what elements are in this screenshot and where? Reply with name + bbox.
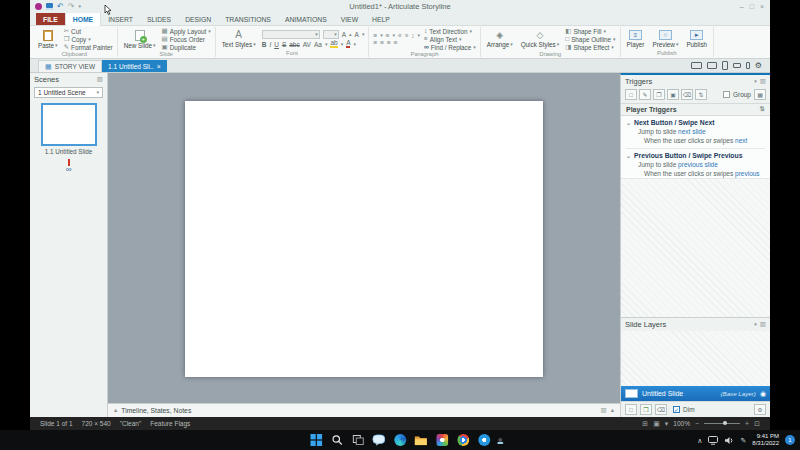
phone-landscape-icon[interactable] (733, 63, 741, 68)
increase-indent-icon[interactable]: » (405, 33, 409, 40)
zoom-in-icon[interactable]: + (745, 420, 749, 427)
subscript-button[interactable]: abc (289, 41, 299, 48)
trigger-action-link[interactable]: previous slide (678, 161, 718, 168)
shape-outline-button[interactable]: □Shape Outline▾ (565, 36, 615, 43)
bold-button[interactable]: B (262, 41, 267, 48)
player-triggers-section-header[interactable]: Player Triggers ⇅ (621, 103, 770, 116)
qat-customize-icon[interactable]: ▾ (78, 4, 81, 9)
slide-tab[interactable]: 1.1 Untitled Sli.. × (102, 60, 167, 72)
paste-trigger-button[interactable]: ▣ (667, 89, 679, 100)
line-spacing-icon[interactable]: ↕ (411, 33, 414, 40)
notification-badge[interactable]: 1 (785, 435, 795, 445)
photos-app-button[interactable] (435, 434, 448, 447)
file-explorer-button[interactable] (414, 434, 427, 447)
player-button[interactable]: ≡ Player (625, 30, 647, 48)
highlight-color-button[interactable]: ab (330, 40, 337, 49)
timeline-panel-bar[interactable]: ▴ Timeline, States, Notes ▥ ▴ (108, 403, 620, 417)
font-family-select[interactable]: ▾ (262, 30, 320, 39)
shape-fill-button[interactable]: ◧Shape Fill▾ (565, 28, 615, 35)
slide-view-switch-icon[interactable]: ▣ (653, 420, 660, 427)
strikethrough-button[interactable]: S (282, 41, 286, 48)
layer-settings-button[interactable]: ⚙ (754, 404, 766, 415)
edge-browser-button[interactable] (393, 434, 406, 447)
tab-home[interactable]: HOME (65, 13, 101, 26)
maximize-button[interactable]: □ (750, 3, 754, 10)
close-button[interactable]: × (760, 3, 764, 10)
delete-trigger-button[interactable]: ⌫ (681, 89, 693, 100)
edit-trigger-button[interactable]: ✎ (639, 89, 651, 100)
tab-transitions[interactable]: TRANSITIONS (218, 13, 278, 25)
save-icon[interactable] (46, 3, 53, 10)
triggers-menu-icon[interactable]: ▾ (754, 79, 757, 84)
slide-layers-pin-icon[interactable]: ▥ (760, 321, 766, 328)
fit-to-window-icon[interactable]: ⊡ (754, 420, 760, 427)
manage-variables-button[interactable]: ▦ (754, 89, 766, 100)
story-view-tab[interactable]: ▦ STORY VIEW (38, 60, 102, 72)
reorder-trigger-button[interactable]: ⇅ (695, 89, 707, 100)
slide-layers-menu-icon[interactable]: ▾ (754, 322, 757, 327)
layer-visibility-eye-icon[interactable]: ◉ (760, 390, 766, 397)
trigger-condition-link[interactable]: next (735, 137, 747, 144)
font-size-select[interactable]: ▾ (323, 30, 339, 39)
copy-button[interactable]: ❐Copy▾ (64, 36, 113, 43)
scenes-pin-icon[interactable]: ▥ (97, 76, 103, 83)
text-direction-button[interactable]: ↕Text Direction▾ (424, 28, 476, 35)
char-spacing-button[interactable]: AV (303, 41, 311, 48)
collapse-all-icon[interactable]: ⇅ (760, 106, 765, 113)
trigger-condition-link[interactable]: previous (735, 170, 760, 177)
tablet-portrait-icon[interactable] (722, 61, 728, 70)
trigger-action-link[interactable]: next slide (678, 128, 705, 135)
delete-layer-button[interactable]: ⌫ (655, 404, 667, 415)
tray-chevron-icon[interactable]: ∧ (697, 437, 702, 444)
copy-trigger-button[interactable]: ❐ (653, 89, 665, 100)
duplicate-layer-button[interactable]: ❐ (640, 404, 652, 415)
timeline-collapse-icon[interactable]: ▴ (611, 407, 614, 414)
storyline-logo-icon[interactable] (35, 3, 42, 10)
decrease-indent-icon[interactable]: « (398, 33, 402, 40)
align-right-icon[interactable]: ≡ (387, 40, 391, 47)
timeline-pin-icon[interactable]: ▥ (601, 407, 607, 414)
dim-checkbox[interactable]: ✓ (673, 406, 680, 413)
preview-settings-gear-icon[interactable]: ⚙ (755, 62, 762, 70)
shape-effect-button[interactable]: ◨Shape Effect▾ (565, 44, 615, 51)
base-layer-row[interactable]: Untitled Slide (Base Layer) ◉ (621, 386, 770, 401)
display-tray-icon[interactable] (708, 431, 718, 449)
align-left-icon[interactable]: ≡ (373, 40, 377, 47)
new-layer-button[interactable]: □ (625, 404, 637, 415)
find-replace-button[interactable]: ∞Find / Replace▾ (424, 44, 476, 51)
group-checkbox[interactable] (723, 91, 730, 98)
text-styles-button[interactable]: A Text Styles▾ (220, 30, 258, 48)
shrink-font-button[interactable]: A▾ (355, 31, 365, 38)
phone-portrait-icon[interactable] (746, 62, 750, 69)
feature-flags[interactable]: Feature Flags (150, 420, 190, 427)
duplicate-button[interactable]: ▣Duplicate (162, 44, 211, 51)
format-painter-button[interactable]: ✎Format Painter (64, 44, 113, 51)
zoom-out-icon[interactable]: − (695, 420, 699, 427)
align-text-button[interactable]: ≡Align Text▾ (424, 36, 476, 43)
scene-selector[interactable]: 1 Untitled Scene ▾ (34, 87, 103, 98)
trigger-item-previous[interactable]: ⌄ Previous Button / Swipe Previous Jump … (621, 149, 770, 178)
trigger-item-next[interactable]: ⌄ Next Button / Swipe Next Jump to slide… (621, 116, 770, 145)
new-slide-button[interactable]: + New Slide▾ (122, 30, 158, 49)
undo-icon[interactable]: ↶ (57, 3, 64, 11)
search-icon[interactable] (330, 434, 343, 447)
zoom-slider-thumb[interactable] (723, 421, 727, 425)
clock[interactable]: 9:41 PM 8/31/2022 (752, 433, 779, 447)
tab-view[interactable]: VIEW (334, 13, 365, 25)
chevron-down-icon[interactable]: ⌄ (626, 120, 631, 126)
justify-icon[interactable]: ≡ (394, 40, 398, 47)
triggers-pin-icon[interactable]: ▥ (760, 78, 766, 85)
volume-tray-icon[interactable] (724, 431, 734, 449)
redo-icon[interactable]: ↷ (68, 3, 75, 11)
story-view-switch-icon[interactable]: ⊞ (642, 420, 648, 427)
close-tab-icon[interactable]: × (157, 63, 161, 70)
italic-button[interactable]: I (269, 41, 271, 48)
expand-panel-icon[interactable]: ▴ (114, 407, 117, 414)
arrange-button[interactable]: ◈ Arrange▾ (485, 31, 515, 48)
tab-slides[interactable]: SLIDES (140, 13, 178, 25)
quick-styles-button[interactable]: ◇ Quick Styles▾ (519, 31, 562, 48)
paste-button[interactable]: Paste▾ (36, 30, 60, 49)
slide-canvas[interactable] (185, 101, 543, 377)
chevron-down-icon[interactable]: ⌄ (626, 153, 631, 159)
grow-font-button[interactable]: A▴ (342, 31, 352, 38)
